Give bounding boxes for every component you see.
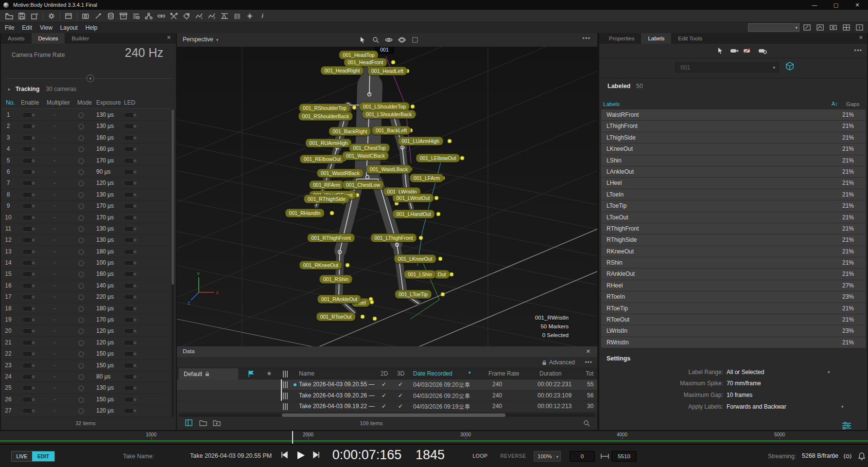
marker-label-badge[interactable]: 001_RAnkleOut	[317, 295, 361, 304]
viewport-3d-canvas[interactable]: Y X Z 001001_HeadTop001_HeadFront001_Hea…	[177, 47, 597, 346]
save-icon[interactable]	[17, 12, 27, 20]
enable-toggle[interactable]	[22, 215, 36, 220]
mode-icon[interactable]	[78, 328, 85, 335]
mode-icon[interactable]	[78, 123, 85, 130]
label-row[interactable]: LToeTip21%	[601, 200, 866, 212]
mode-icon[interactable]	[78, 283, 85, 289]
max-spike-value[interactable]: 70 mm/frame	[727, 380, 761, 387]
led-toggle[interactable]	[124, 397, 138, 402]
exposure-value[interactable]: 170 µs	[96, 214, 114, 221]
mode-icon[interactable]	[78, 112, 85, 119]
exposure-value[interactable]: 180 µs	[96, 305, 114, 312]
camera-calibration-icon[interactable]	[80, 12, 91, 20]
tab-devices[interactable]: Devices	[32, 33, 65, 44]
mode-icon[interactable]	[78, 385, 85, 392]
mode-icon[interactable]	[78, 226, 85, 233]
camera-row[interactable]: 22-150 µs	[1, 348, 170, 359]
camera-row[interactable]: 21-120 µs	[1, 337, 170, 348]
data-more-icon[interactable]: •••	[585, 359, 592, 366]
enable-toggle[interactable]	[22, 226, 36, 232]
mode-icon[interactable]	[78, 340, 85, 346]
exposure-value[interactable]: 170 µs	[96, 316, 114, 323]
enable-toggle[interactable]	[22, 374, 36, 379]
col-3d[interactable]: 3D	[397, 370, 404, 377]
open-project-icon[interactable]	[4, 12, 15, 20]
mode-icon[interactable]	[78, 374, 85, 380]
enable-toggle[interactable]	[22, 192, 36, 198]
led-toggle[interactable]	[124, 169, 138, 175]
marker-label-badge[interactable]: 001_BackRight	[329, 127, 371, 136]
edit-layout-icon[interactable]	[801, 23, 813, 32]
marker-label-badge[interactable]: 001_WaistCBack	[342, 151, 389, 160]
exposure-value[interactable]: 140 µs	[96, 282, 114, 289]
viewport-more-icon[interactable]: •••	[582, 35, 590, 42]
label-row[interactable]: LHeel21%	[601, 178, 866, 189]
columns-pane-icon[interactable]	[840, 23, 852, 32]
marker-label-badge[interactable]: 001_RFArm	[309, 180, 344, 189]
marker-label-badge[interactable]: Out	[434, 270, 450, 279]
select-mode-icon[interactable]	[714, 46, 727, 55]
col-multiplier[interactable]: Multiplier	[47, 99, 70, 106]
data-pane-close-icon[interactable]: ✕	[586, 348, 590, 355]
marker-label-badge[interactable]: 001_HeadRight	[321, 66, 364, 75]
menu-layout[interactable]: Layout	[60, 24, 78, 31]
col-frame-rate[interactable]: Frame Rate	[488, 370, 519, 377]
menu-view[interactable]: View	[40, 24, 52, 31]
enable-toggle[interactable]	[22, 294, 36, 300]
labels-header[interactable]: Labels	[603, 101, 620, 107]
take-name-value[interactable]: Take 2026-04-03 09.20.55 PM	[190, 452, 272, 459]
right-panel-close-icon[interactable]: ✕	[859, 35, 863, 41]
exposure-value[interactable]: 130 µs	[96, 384, 114, 391]
camera-row[interactable]: 23-150 µs	[1, 360, 170, 371]
expand-chevron-icon[interactable]: ▾	[87, 74, 94, 82]
enable-toggle[interactable]	[22, 203, 36, 209]
left-panel-close-icon[interactable]: ✕	[167, 35, 171, 41]
exposure-value[interactable]: 130 µs	[96, 123, 114, 129]
marker-label-badge[interactable]: 001_HeadLeft	[367, 67, 407, 75]
camera-row[interactable]: 9-170 µs	[1, 200, 170, 212]
led-toggle[interactable]	[124, 408, 138, 413]
advanced-toggle[interactable]: Advanced	[542, 359, 575, 366]
marker-label-badge[interactable]: 001_LShoulderBack	[362, 110, 416, 119]
led-toggle[interactable]	[124, 215, 138, 220]
marquee-select-icon[interactable]	[408, 35, 421, 45]
marker-label-badge[interactable]: 001_LUArmHigh	[398, 137, 443, 145]
label-row[interactable]: RToeIn23%	[601, 291, 866, 303]
led-toggle[interactable]	[124, 158, 138, 163]
exposure-value[interactable]: 120 µs	[96, 407, 114, 414]
info-icon[interactable]: i	[257, 12, 268, 20]
enable-toggle[interactable]	[22, 260, 36, 266]
label-row[interactable]: LThighFront21%	[601, 121, 866, 132]
label-row[interactable]: RAnkleOut21%	[601, 269, 866, 280]
col-name[interactable]: Name	[299, 370, 314, 377]
exposure-value[interactable]: 170 µs	[96, 202, 114, 209]
camera-row[interactable]: 1-130 µs	[1, 109, 170, 121]
label-row[interactable]: RShin21%	[601, 257, 866, 269]
mode-icon[interactable]	[78, 249, 85, 255]
marker-label-badge[interactable]: 001_BackLeft	[372, 126, 411, 135]
col-2d[interactable]: 2D	[381, 370, 388, 377]
data-streams-icon[interactable]	[105, 12, 116, 20]
led-toggle[interactable]	[124, 385, 138, 391]
camera-row[interactable]: 8-130 µs	[1, 189, 170, 200]
wand-icon[interactable]	[93, 12, 104, 20]
camera-row[interactable]: 18-180 µs	[1, 303, 170, 314]
prev-frame-icon[interactable]	[280, 450, 289, 459]
exposure-value[interactable]: 160 µs	[96, 145, 114, 152]
led-toggle[interactable]	[124, 203, 138, 209]
apply-labels-value[interactable]: Forwards and Backwar	[727, 403, 786, 410]
label-range-value[interactable]: All or Selected	[727, 369, 764, 376]
streaming-spinner-icon[interactable]: ▲▼	[832, 452, 835, 460]
mode-icon[interactable]	[78, 237, 85, 244]
label-row[interactable]: LToeIn21%	[601, 189, 866, 200]
orbit-icon[interactable]	[395, 35, 408, 45]
marker-label-badge[interactable]: 001_RKneeOut	[299, 261, 342, 269]
assign-label-icon[interactable]	[728, 46, 741, 55]
frame-one-icon[interactable]: 1	[232, 12, 243, 20]
marker-label-badge[interactable]: 001_LToeTip	[395, 290, 432, 299]
enable-toggle[interactable]	[22, 146, 36, 152]
skeleton-asset-icon[interactable]	[785, 61, 795, 71]
layout-icon[interactable]	[63, 12, 74, 20]
label-row[interactable]: LWristIn23%	[601, 325, 866, 337]
next-frame-icon[interactable]	[312, 450, 321, 459]
